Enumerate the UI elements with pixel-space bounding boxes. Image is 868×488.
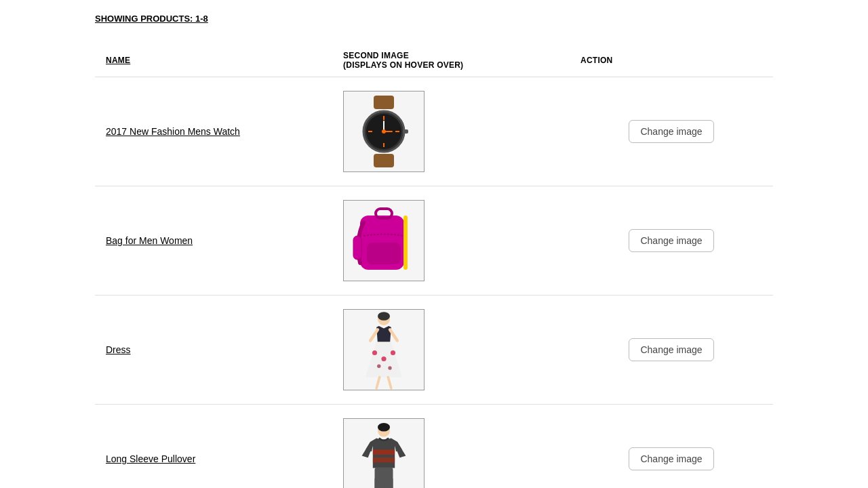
product-image-cell: [332, 405, 570, 489]
column-name-header: NAME: [95, 44, 332, 77]
product-name-cell: Long Sleeve Pullover: [95, 405, 332, 489]
svg-point-19: [372, 350, 377, 355]
change-image-button[interactable]: Change image: [629, 338, 713, 361]
svg-line-24: [370, 329, 378, 340]
product-action-cell: Change image: [570, 186, 773, 296]
change-image-button[interactable]: Change image: [629, 447, 713, 470]
column-action-header: ACTION: [570, 44, 773, 77]
svg-line-25: [390, 329, 397, 340]
svg-rect-0: [374, 96, 394, 109]
table-row: Dress: [95, 296, 773, 405]
product-name-cell: Bag for Men Women: [95, 186, 332, 296]
product-name-link[interactable]: Long Sleeve Pullover: [106, 453, 195, 464]
svg-line-27: [388, 378, 391, 388]
product-image-wrapper: [343, 200, 425, 281]
product-name-link[interactable]: Dress: [106, 344, 131, 355]
change-image-button[interactable]: Change image: [629, 120, 713, 143]
table-header-row: NAME SECOND IMAGE(DISPLAYS ON HOVER OVER…: [95, 44, 773, 77]
svg-line-26: [376, 378, 380, 388]
product-image-cell: [332, 186, 570, 296]
svg-point-10: [382, 129, 386, 134]
table-row: Bag for Men Women Change image: [95, 186, 773, 296]
table-row: 2017 New Fashion Mens Watch Chan: [95, 77, 773, 186]
product-name-cell: 2017 New Fashion Mens Watch: [95, 77, 332, 186]
svg-rect-16: [353, 236, 361, 260]
svg-rect-1: [374, 154, 394, 167]
svg-point-21: [391, 350, 395, 355]
product-name-link[interactable]: Bag for Men Women: [106, 235, 193, 246]
product-image-wrapper: [343, 309, 425, 390]
svg-point-20: [381, 357, 386, 361]
change-image-button[interactable]: Change image: [629, 229, 713, 252]
product-action-cell: Change image: [570, 296, 773, 405]
svg-point-22: [377, 365, 380, 368]
page-container: SHOWING PRODUCTS: 1-8 NAME SECOND IMAGE(…: [68, 0, 800, 488]
product-action-cell: Change image: [570, 77, 773, 186]
showing-products-label: SHOWING PRODUCTS: 1-8: [95, 14, 773, 24]
svg-point-29: [378, 423, 390, 432]
table-row: Long Sleeve Pullover: [95, 405, 773, 489]
product-image-cell: [332, 77, 570, 186]
product-name-link[interactable]: 2017 New Fashion Mens Watch: [106, 126, 240, 137]
product-image-wrapper: [343, 91, 425, 172]
svg-rect-33: [375, 477, 383, 488]
column-image-header: SECOND IMAGE(DISPLAYS ON HOVER OVER): [332, 44, 570, 77]
svg-point-23: [388, 366, 391, 369]
svg-point-18: [378, 312, 390, 321]
product-image-cell: [332, 296, 570, 405]
product-action-cell: Change image: [570, 405, 773, 489]
svg-rect-15: [403, 216, 408, 270]
product-name-cell: Dress: [95, 296, 332, 405]
product-image-wrapper: [343, 418, 425, 488]
svg-rect-31: [373, 458, 395, 462]
svg-rect-11: [403, 129, 408, 134]
svg-rect-14: [367, 243, 401, 264]
svg-rect-30: [373, 450, 395, 455]
products-table: NAME SECOND IMAGE(DISPLAYS ON HOVER OVER…: [95, 44, 773, 488]
svg-rect-34: [385, 477, 393, 488]
